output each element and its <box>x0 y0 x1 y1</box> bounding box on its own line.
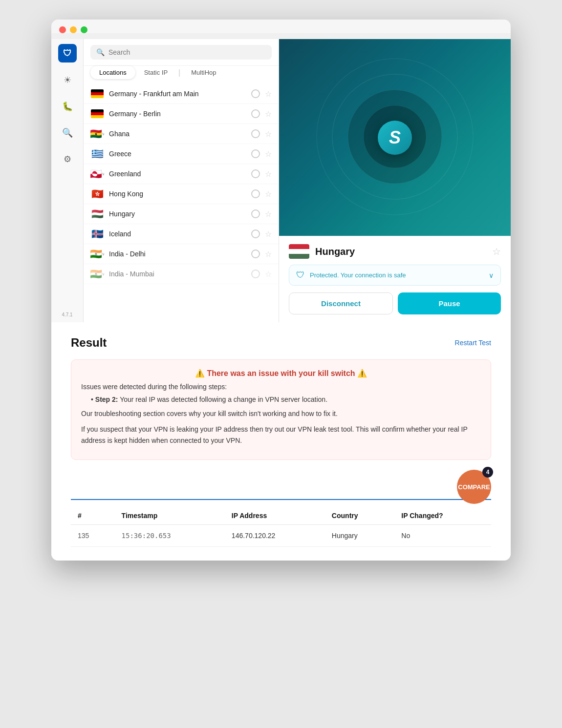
location-name: India - Mumbai <box>109 270 246 278</box>
right-panel: S Hungary ☆ 🛡 Protected. Your connection… <box>279 39 511 322</box>
flag-iceland: 🇮🇸 <box>90 229 104 239</box>
location-name: India - Delhi <box>109 250 246 258</box>
hungary-flag <box>289 244 309 259</box>
vpn-status-row[interactable]: 🛡 Protected. Your connection is safe ∨ <box>289 265 501 286</box>
list-item[interactable]: 🇭🇰 Hong Kong ☆ <box>84 184 279 204</box>
tab-locations[interactable]: Locations <box>90 66 135 79</box>
close-button[interactable] <box>59 26 66 33</box>
pause-button[interactable]: Pause <box>398 292 501 314</box>
sidebar-item-settings[interactable]: ⚙ <box>59 150 76 168</box>
tab-divider: | <box>178 68 180 77</box>
list-item[interactable]: 🇮🇳v India - Mumbai ☆ <box>84 264 279 284</box>
radio-select[interactable] <box>251 149 260 158</box>
sidebar-item-bug[interactable]: 🐛 <box>59 98 76 115</box>
restart-test-link[interactable]: Restart Test <box>455 339 491 347</box>
sidebar-item-search[interactable]: 🔍 <box>59 124 76 142</box>
radio-select[interactable] <box>251 229 260 238</box>
star-icon[interactable]: ☆ <box>265 129 272 139</box>
sidebar-item-sun[interactable]: ☀ <box>59 71 76 89</box>
col-header-country: Country <box>325 507 394 525</box>
star-icon[interactable]: ☆ <box>265 109 272 119</box>
chevron-down-icon[interactable]: ∨ <box>489 271 494 279</box>
vpn-country-name: Hungary <box>315 246 486 257</box>
star-icon[interactable]: ☆ <box>265 149 272 159</box>
cell-num: 135 <box>71 525 115 547</box>
vpn-star-icon[interactable]: ☆ <box>492 246 501 257</box>
table-section: 4 COMPARE # Timestamp IP Address Country… <box>71 470 491 547</box>
search-input-wrap[interactable]: 🔍 <box>90 45 272 60</box>
maximize-button[interactable] <box>81 26 87 33</box>
alert-step-label: Step 2: <box>95 395 118 403</box>
list-item[interactable]: 🇬🇭v Ghana ☆ <box>84 124 279 144</box>
list-item[interactable]: Germany - Frankfurt am Main ☆ <box>84 84 279 104</box>
vpn-buttons: Disconnect Pause <box>289 292 501 314</box>
app-container: 🛡 ☀ 🐛 🔍 ⚙ 4.7.1 🔍 <box>51 20 511 561</box>
radio-select[interactable] <box>251 189 260 198</box>
star-icon[interactable]: ☆ <box>265 89 272 99</box>
search-input[interactable] <box>108 48 266 56</box>
table-header-row: # Timestamp IP Address Country IP Change… <box>71 507 491 525</box>
radio-select[interactable] <box>251 169 260 178</box>
radio-select[interactable] <box>251 250 260 258</box>
col-header-num: # <box>71 507 115 525</box>
cell-timestamp: 15:36:20.653 <box>115 525 225 547</box>
list-item[interactable]: 🇬🇱v Greenland ☆ <box>84 164 279 184</box>
vpn-logo-icon: S <box>389 127 401 148</box>
star-icon[interactable]: ☆ <box>265 229 272 239</box>
search-icon: 🔍 <box>96 48 105 56</box>
flag-ghana: 🇬🇭v <box>90 129 104 139</box>
tab-static-ip[interactable]: Static IP <box>135 66 176 79</box>
app-logo: 🛡 <box>58 44 77 62</box>
compare-badge: 4 <box>482 467 493 478</box>
compare-button[interactable]: 4 COMPARE <box>457 470 491 504</box>
radio-select[interactable] <box>251 109 260 118</box>
star-icon[interactable]: ☆ <box>265 209 272 219</box>
location-name: Germany - Berlin <box>109 110 246 118</box>
tabs-row: Locations Static IP | MultiHop <box>84 66 279 84</box>
list-item[interactable]: 🇮🇳v India - Delhi ☆ <box>84 244 279 264</box>
flag-india-mumbai: 🇮🇳v <box>90 269 104 279</box>
result-header: Result Restart Test <box>71 336 491 350</box>
col-header-timestamp: Timestamp <box>115 507 225 525</box>
alert-subtitle: Issues were detected during the followin… <box>81 383 481 391</box>
bug-icon: 🐛 <box>62 101 73 112</box>
disconnect-button[interactable]: Disconnect <box>289 292 393 314</box>
list-item[interactable]: 🇮🇸 Iceland ☆ <box>84 224 279 244</box>
star-icon[interactable]: ☆ <box>265 250 272 259</box>
sidebar: 🛡 ☀ 🐛 🔍 ⚙ 4.7.1 <box>51 39 84 322</box>
location-list: Germany - Frankfurt am Main ☆ Germany - … <box>84 84 279 322</box>
vpn-visual: S <box>279 39 511 236</box>
location-name: Hungary <box>109 210 246 218</box>
radio-select[interactable] <box>251 89 260 98</box>
star-icon[interactable]: ☆ <box>265 189 272 199</box>
list-item[interactable]: 🇭🇺 Hungary ☆ <box>84 204 279 224</box>
minimize-button[interactable] <box>70 26 77 33</box>
list-item[interactable]: 🇬🇷 Greece ☆ <box>84 144 279 164</box>
list-item[interactable]: Germany - Berlin ☆ <box>84 104 279 124</box>
location-name: Greenland <box>109 170 246 178</box>
flag-hongkong: 🇭🇰 <box>90 189 104 199</box>
vpn-logo: S <box>378 121 412 155</box>
flag-greenland: 🇬🇱v <box>90 169 104 179</box>
shield-logo-icon: 🛡 <box>63 48 72 59</box>
location-name: Hong Kong <box>109 190 246 198</box>
flag-hungary: 🇭🇺 <box>90 209 104 219</box>
flag-greece: 🇬🇷 <box>90 149 104 159</box>
radio-select[interactable] <box>251 129 260 138</box>
radio-select[interactable] <box>251 209 260 218</box>
alert-leak-text: If you suspect that your VPN is leaking … <box>81 424 481 446</box>
cell-changed: No <box>394 525 491 547</box>
sun-icon: ☀ <box>64 75 71 85</box>
alert-step-item: • Step 2: Your real IP was detected foll… <box>91 395 481 403</box>
location-name: Germany - Frankfurt am Main <box>109 90 246 98</box>
flag-germany-frankfurt <box>90 89 104 99</box>
result-title: Result <box>71 336 107 350</box>
star-icon[interactable]: ☆ <box>265 169 272 179</box>
radio-select[interactable] <box>251 270 260 278</box>
location-name: Ghana <box>109 130 246 138</box>
flag-germany-berlin <box>90 109 104 119</box>
alert-step-text: Your real IP was detected following a ch… <box>120 395 327 403</box>
star-icon[interactable]: ☆ <box>265 270 272 279</box>
tab-multihop[interactable]: MultiHop <box>182 66 225 79</box>
gear-icon: ⚙ <box>64 154 71 165</box>
